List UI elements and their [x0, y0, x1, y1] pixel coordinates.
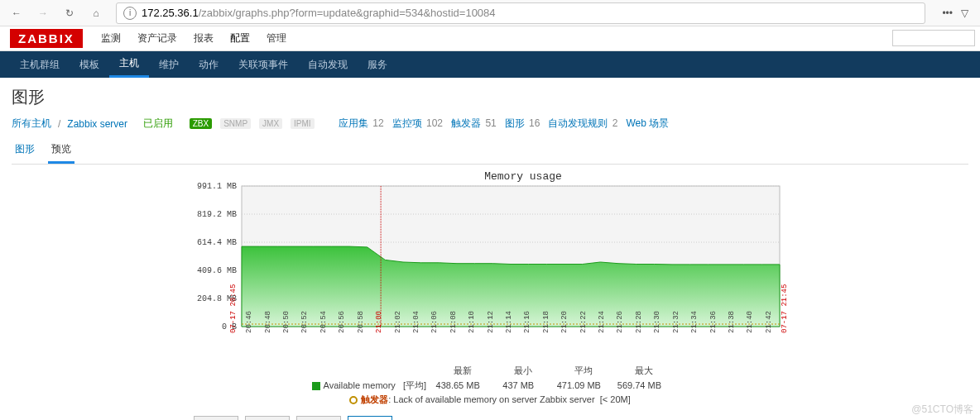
badge-jmx: JMX — [259, 118, 282, 129]
svg-text:819.2 MB: 819.2 MB — [197, 210, 237, 219]
svg-text:21:38: 21:38 — [728, 311, 736, 333]
svg-text:20:54: 20:54 — [319, 311, 328, 333]
update-button[interactable]: 更新 — [194, 416, 238, 420]
svg-text:Memory usage: Memory usage — [484, 170, 562, 183]
sub-nav-item[interactable]: 模板 — [70, 51, 109, 78]
svg-text:21:36: 21:36 — [709, 311, 718, 333]
crumb-link[interactable]: 图形 — [505, 117, 525, 129]
zabbix-header: ZABBIX 监测资产记录报表配置管理 — [0, 26, 980, 51]
svg-text:21:24: 21:24 — [598, 311, 606, 333]
legend-swatch — [312, 382, 320, 390]
svg-text:21:26: 21:26 — [616, 311, 624, 333]
search-input[interactable] — [892, 30, 975, 46]
svg-text:21:06: 21:06 — [430, 311, 439, 333]
cancel-button[interactable]: 取消 — [348, 416, 392, 420]
svg-text:21:12: 21:12 — [487, 311, 495, 333]
reload-button[interactable]: ↻ — [60, 3, 79, 23]
sub-nav-item[interactable]: 动作 — [189, 51, 228, 78]
more-icon[interactable]: ••• — [942, 7, 953, 19]
url-path: /zabbix/graphs.php?form=update&graphid=5… — [199, 7, 496, 19]
svg-text:21:22: 21:22 — [579, 311, 588, 333]
svg-text:21:18: 21:18 — [542, 311, 550, 333]
crumb-link[interactable]: 触发器 — [451, 117, 481, 129]
svg-text:991.1 MB: 991.1 MB — [197, 182, 237, 191]
svg-text:21:08: 21:08 — [449, 311, 458, 333]
chart: Memory usage991.1 MB819.2 MB614.4 MB409.… — [184, 169, 796, 408]
info-icon: i — [123, 7, 137, 20]
sub-nav: 主机群组模板主机维护动作关联项事件自动发现服务 — [0, 51, 980, 78]
status-enabled: 已启用 — [143, 117, 173, 131]
tab[interactable]: 预览 — [48, 137, 74, 164]
main-nav-item[interactable]: 报表 — [185, 26, 222, 50]
svg-text:21:04: 21:04 — [412, 311, 420, 333]
main-nav-item[interactable]: 管理 — [258, 26, 295, 50]
delete-button[interactable]: 删除 — [296, 416, 341, 420]
crumb-link[interactable]: 自动发现规则 — [548, 117, 608, 129]
sub-nav-item[interactable]: 主机 — [109, 51, 149, 78]
svg-text:21:32: 21:32 — [672, 311, 680, 333]
svg-text:614.4 MB: 614.4 MB — [197, 238, 237, 247]
sub-nav-item[interactable]: 关联项事件 — [228, 51, 298, 78]
svg-text:21:14: 21:14 — [505, 311, 513, 333]
url-bar[interactable]: i 172.25.36.1/zabbix/graphs.php?form=upd… — [116, 2, 925, 24]
svg-text:21:30: 21:30 — [653, 311, 661, 333]
trigger-icon — [349, 396, 358, 404]
sub-nav-item[interactable]: 自动发现 — [298, 51, 358, 78]
svg-text:21:28: 21:28 — [635, 311, 643, 333]
svg-text:21:00: 21:00 — [375, 311, 383, 333]
badge-ipmi: IPMI — [291, 118, 315, 129]
svg-text:20:46: 20:46 — [245, 311, 253, 333]
home-button[interactable]: ⌂ — [86, 3, 106, 23]
main-nav: 监测资产记录报表配置管理 — [93, 26, 295, 50]
form-buttons: 更新 克隆 删除 取消 — [12, 408, 968, 420]
forward-button[interactable]: → — [33, 3, 53, 23]
legend: 最新 最小 平均 最大 Available memory [平均] 438.65… — [184, 364, 796, 408]
back-button[interactable]: ← — [7, 3, 26, 23]
crumb-all-hosts[interactable]: 所有主机 — [12, 117, 51, 131]
sub-nav-item[interactable]: 主机群组 — [10, 51, 70, 78]
browser-toolbar: ← → ↻ ⌂ i 172.25.36.1/zabbix/graphs.php?… — [0, 0, 980, 26]
main-nav-item[interactable]: 配置 — [222, 26, 258, 50]
badge-zbx: ZBX — [190, 118, 212, 129]
crumb-link[interactable]: 应用集 — [339, 117, 368, 129]
badge-snmp: SNMP — [220, 118, 251, 129]
crumb-link[interactable]: 监控项 — [392, 117, 422, 129]
svg-text:20:52: 20:52 — [300, 311, 309, 333]
svg-text:21:42: 21:42 — [765, 311, 773, 333]
svg-text:21:20: 21:20 — [560, 311, 569, 333]
clone-button[interactable]: 克隆 — [245, 416, 290, 420]
crumb-host[interactable]: Zabbix server — [67, 118, 127, 130]
svg-text:20:48: 20:48 — [264, 311, 272, 333]
url-host: 172.25.36.1 — [142, 7, 199, 19]
svg-text:21:10: 21:10 — [468, 311, 476, 333]
reader-icon[interactable]: ▽ — [961, 7, 968, 19]
tab[interactable]: 图形 — [12, 137, 38, 164]
svg-text:409.6 MB: 409.6 MB — [197, 266, 237, 275]
svg-text:07-17 21:45: 07-17 21:45 — [781, 284, 789, 333]
svg-text:20:58: 20:58 — [357, 311, 365, 333]
main-nav-item[interactable]: 资产记录 — [129, 26, 185, 50]
svg-text:20:50: 20:50 — [282, 311, 291, 333]
svg-text:07-17 20:45: 07-17 20:45 — [229, 284, 238, 333]
svg-text:21:40: 21:40 — [746, 311, 754, 333]
svg-text:21:16: 21:16 — [523, 311, 531, 333]
watermark: @51CTO博客 — [911, 403, 973, 417]
tabs: 图形预览 — [12, 137, 968, 165]
crumb-link[interactable]: Web 场景 — [626, 117, 669, 129]
page-title: 图形 — [12, 86, 968, 108]
svg-text:21:34: 21:34 — [690, 311, 699, 333]
sub-nav-item[interactable]: 服务 — [358, 51, 397, 78]
sub-nav-item[interactable]: 维护 — [149, 51, 189, 78]
main-nav-item[interactable]: 监测 — [93, 26, 129, 50]
breadcrumb: 所有主机 / Zabbix server 已启用 ZBXSNMPJMXIPMI … — [12, 117, 968, 131]
zabbix-logo[interactable]: ZABBIX — [10, 29, 83, 48]
svg-text:21:02: 21:02 — [394, 311, 402, 333]
svg-text:20:56: 20:56 — [338, 311, 346, 333]
